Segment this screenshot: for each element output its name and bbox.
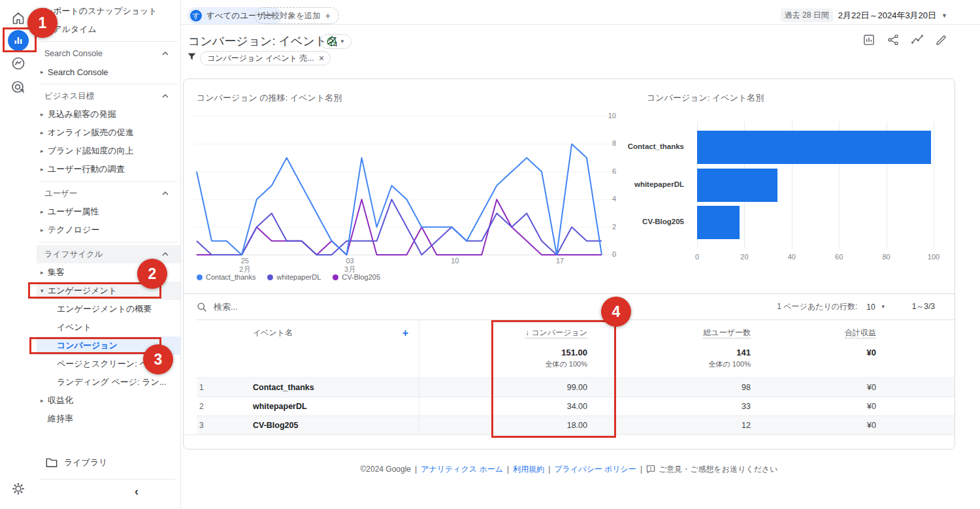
nav-events[interactable]: イベント: [37, 318, 180, 337]
feedback-link[interactable]: ご意見・ご感想をお送りください: [659, 465, 778, 474]
bar-chart-title: コンバージョン: イベント名別: [647, 92, 764, 104]
report-status-dropdown[interactable]: ▼: [320, 34, 351, 49]
expand-arrow-icon: ▸: [41, 397, 44, 404]
sort-revenue[interactable]: 合計収益: [845, 328, 876, 338]
expand-arrow-icon: ▸: [41, 227, 44, 233]
line-chart[interactable]: [193, 112, 621, 261]
bar-whitepaperDL[interactable]: [697, 169, 777, 202]
nav-pages-screens[interactable]: ページとスクリーン: ペー...: [37, 355, 180, 373]
event-name-label[interactable]: イベント名: [253, 327, 293, 378]
legend-item[interactable]: CV-Blog205: [333, 273, 380, 281]
table-row: 2 whitepaperDL 34.00 33 ¥0: [197, 397, 955, 416]
chevron-down-icon: ▼: [340, 39, 345, 44]
bar-CV-Blog205[interactable]: [697, 206, 740, 239]
nav-engagement-overview[interactable]: エンゲージメントの概要: [37, 300, 180, 318]
row-number-header: [197, 320, 220, 378]
explore-icon[interactable]: [8, 53, 29, 74]
nav-search-console[interactable]: ▸Search Console: [37, 63, 180, 81]
table-row: 1 Contact_thanks 99.00 98 ¥0: [197, 378, 955, 397]
privacy-link[interactable]: プライバシー ポリシー: [554, 465, 636, 474]
nav-conversions[interactable]: コンバージョン: [37, 337, 180, 355]
users-cell: 12: [595, 416, 759, 435]
nav-section-business-goals[interactable]: ビジネス目標: [37, 87, 180, 105]
nav-monetization[interactable]: ▸収益化: [37, 391, 180, 410]
chevron-down-icon: ▼: [941, 12, 947, 19]
nav-technology[interactable]: ▸テクノロジー: [37, 221, 180, 239]
terms-link[interactable]: 利用規約: [513, 465, 544, 474]
nav-brand-awareness[interactable]: ▸ブランド認知度の向上: [37, 142, 180, 160]
add-comparison-chip[interactable]: 比較対象を追加 +: [255, 7, 339, 24]
customize-report-icon[interactable]: [862, 33, 876, 47]
event-name-cell: Contact_thanks: [220, 378, 419, 397]
chevron-up-icon: [162, 52, 169, 56]
nav-section-lifecycle[interactable]: ライフサイクル: [37, 245, 180, 263]
row-number: 2: [197, 397, 220, 416]
analytics-home-link[interactable]: アナリティクス ホーム: [421, 465, 503, 474]
divider: [181, 24, 980, 25]
report-card: コンバージョン の推移: イベント名別 0246810 252月033月1017…: [183, 78, 955, 450]
nav-engagement[interactable]: ▾エンゲージメント: [37, 282, 180, 300]
search-icon: [197, 302, 207, 312]
sort-conversions[interactable]: ↓ コンバージョン: [525, 328, 587, 338]
search-input[interactable]: [214, 302, 410, 312]
divider: [39, 242, 178, 242]
table-row: 3 CV-Blog205 18.00 12 ¥0: [197, 416, 955, 435]
nav-label: レポートのスナップショット: [44, 5, 157, 17]
legend-item[interactable]: Contact_thanks: [197, 273, 255, 281]
nav-online-sales[interactable]: ▸オンライン販売の促進: [37, 123, 180, 142]
table-header: イベント名 + ↓ コンバージョン 151.00 全体の 100% 総ユーザー数…: [197, 320, 955, 378]
nav-section-search-console[interactable]: Search Console: [37, 44, 180, 63]
plus-icon: +: [325, 10, 331, 21]
bar-category-label: whitepaperDL: [576, 180, 684, 188]
bar-chart[interactable]: [697, 122, 934, 249]
segment-avatar: す: [190, 10, 202, 22]
divider: [39, 84, 178, 84]
report-actions: [862, 33, 949, 47]
pagination-controls: 1 ページあたりの行数: 10▼ 1～3/3: [777, 301, 944, 312]
nav-acquisition[interactable]: ▸集客: [37, 263, 180, 282]
event-name-cell: CV-Blog205: [220, 416, 419, 435]
nav-section-user[interactable]: ユーザー: [37, 184, 180, 203]
remove-filter-icon[interactable]: ✕: [318, 54, 324, 63]
home-icon[interactable]: [8, 8, 29, 29]
nav-library[interactable]: ライブラリ: [37, 453, 180, 472]
divider: [184, 435, 955, 435]
conversions-total-pct: 全体の 100%: [419, 359, 595, 369]
nav-lead-generation[interactable]: ▸見込み顧客の発掘: [37, 105, 180, 123]
share-icon[interactable]: [886, 33, 900, 47]
expand-arrow-icon: ▸: [41, 208, 44, 215]
nav-realtime[interactable]: リアルタイム: [37, 20, 180, 39]
library-folder-icon: [46, 457, 57, 468]
revenue-column: 合計収益 ¥0: [759, 320, 884, 378]
add-column-icon[interactable]: +: [402, 327, 408, 378]
filter-funnel-icon[interactable]: [187, 52, 197, 64]
divider: [39, 41, 178, 42]
divider: [39, 479, 175, 480]
nav-label: リアルタイム: [44, 24, 97, 35]
bar-category-label: CV-Blog205: [576, 218, 684, 225]
date-range-picker[interactable]: 過去 28 日間 2月22日～2024年3月20日 ▼: [781, 8, 947, 22]
nav-landing-pages[interactable]: ランディング ページ: ラン...: [37, 373, 180, 391]
settings-gear-icon[interactable]: [8, 478, 29, 499]
applied-filter-chip[interactable]: コンバージョン イベント 売... ✕: [200, 51, 331, 65]
legend-item[interactable]: whitepaperDL: [267, 273, 321, 281]
advertising-icon[interactable]: [8, 77, 29, 98]
revenue-cell: ¥0: [759, 397, 884, 416]
nav-user-behavior[interactable]: ▸ユーザー行動の調査: [37, 160, 180, 178]
nav-retention[interactable]: 維持率: [37, 410, 180, 428]
edit-pencil-icon[interactable]: [934, 33, 949, 47]
report-nav: レポートのスナップショット リアルタイム Search Console ▸Sea…: [37, 0, 181, 509]
users-total-pct: 全体の 100%: [595, 359, 759, 369]
sort-users[interactable]: 総ユーザー数: [703, 328, 751, 338]
reports-icon[interactable]: [8, 30, 29, 51]
nav-user-attributes[interactable]: ▸ユーザー属性: [37, 203, 180, 221]
conversions-cell: 18.00: [419, 416, 595, 435]
conversions-cell: 34.00: [419, 397, 595, 416]
table-toolbar: 1 ページあたりの行数: 10▼ 1～3/3: [184, 293, 955, 320]
rows-per-page-select[interactable]: 10▼: [866, 303, 885, 312]
expand-arrow-icon: ▸: [41, 166, 44, 172]
collapse-nav-icon[interactable]: ‹: [135, 485, 139, 499]
bar-Contact_thanks[interactable]: [697, 131, 931, 164]
nav-report-snapshot[interactable]: レポートのスナップショット: [37, 2, 180, 20]
insights-icon[interactable]: [910, 33, 924, 47]
